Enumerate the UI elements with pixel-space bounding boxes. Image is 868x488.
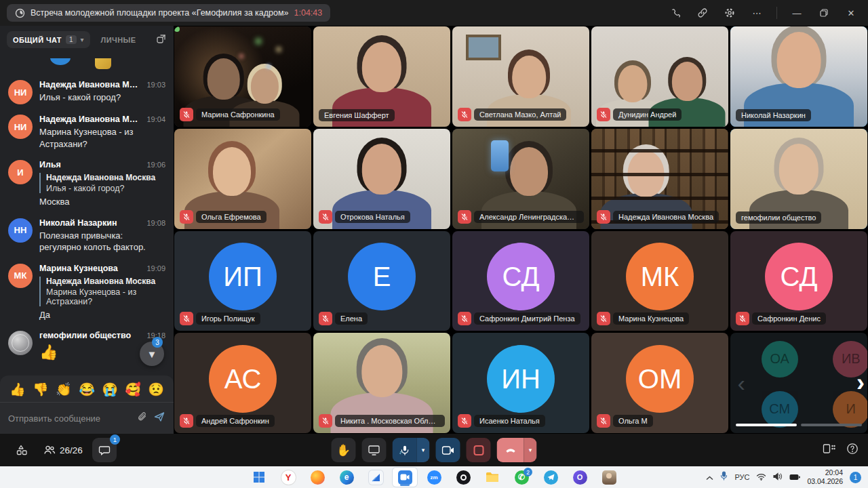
reaction-emoji[interactable]: 👍 (9, 382, 26, 397)
scroll-to-bottom-button[interactable]: ▼ 3 (140, 342, 164, 366)
participant-name: Марина Сафронкина (196, 108, 280, 121)
participant-tile[interactable]: ИНИсаенко Наталья (452, 333, 589, 433)
participant-tile[interactable]: ЕЕлена (313, 231, 450, 331)
settings-gear-icon[interactable] (718, 3, 741, 22)
participant-tile[interactable]: Александр Ленинградская обла… (452, 129, 589, 229)
attach-file-icon[interactable] (137, 411, 148, 425)
chat-avatar: НИ (8, 115, 33, 139)
more-options-button[interactable]: ⋯ (745, 3, 768, 22)
participant-tile[interactable]: АСАндрей Сафронкин (174, 333, 311, 433)
volume-icon[interactable] (773, 471, 783, 483)
restore-button[interactable] (812, 3, 835, 22)
camera-button[interactable] (436, 438, 460, 462)
apps-icon[interactable] (9, 438, 34, 462)
more-participants-tile[interactable]: ОАИВСМИ‹› (730, 333, 867, 433)
wifi-icon[interactable] (756, 471, 766, 483)
common-chat-label: ОБЩИЙ ЧАТ (13, 36, 62, 44)
send-message-icon[interactable] (153, 411, 165, 426)
participant-tile[interactable]: Надежда Ивановна Москва (591, 129, 728, 229)
layout-view-button[interactable] (823, 443, 835, 457)
participant-tile[interactable]: Марина Сафронкина (174, 26, 311, 127)
reaction-emoji[interactable]: 👏 (56, 382, 72, 397)
tray-expand-chevron[interactable] (706, 471, 713, 483)
participant-tile[interactable]: Дунидин Андрей (591, 26, 728, 127)
close-button[interactable]: ✕ (840, 3, 863, 22)
participant-name-tag: Сафронкин Дмитрий Пенза (458, 312, 580, 325)
participant-name: Надежда Ивановна Москва (613, 211, 719, 223)
black-round-app-icon[interactable] (451, 468, 475, 487)
hangup-button[interactable] (497, 438, 524, 462)
chat-avatar: МК (8, 264, 33, 288)
tray-date: 03.04.2026 (807, 477, 843, 486)
participant-tile[interactable]: СДСафронкин Дмитрий Пенза (452, 231, 589, 331)
firefox-icon[interactable] (305, 468, 330, 487)
chat-avatar: НН (8, 218, 33, 243)
whatsapp-icon[interactable]: ✆2 (509, 468, 534, 487)
file-explorer-icon[interactable] (480, 468, 505, 487)
previous-page-button[interactable]: ‹ (737, 370, 745, 396)
participant-tile[interactable]: Светлана Мазко, Алтай (452, 26, 589, 127)
quote-text: Илья - какой город? (46, 184, 165, 193)
participants-count: 26/26 (60, 445, 83, 455)
participant-tile[interactable]: Отрокова Наталья (313, 129, 450, 229)
participant-name-tag: Александр Ленинградская обла… (458, 210, 584, 224)
message-input[interactable] (8, 413, 132, 424)
battery-icon[interactable] (789, 471, 800, 483)
participant-tile[interactable]: МКМарина Кузнецова (591, 231, 728, 331)
participant-tile[interactable]: ИПИгорь Полищук (174, 231, 311, 331)
participant-tile[interactable]: СДСафронкин Денис (730, 231, 867, 331)
participant-name-tag: Евгения Шафферт (319, 109, 395, 121)
chat-avatar-logo (8, 331, 33, 355)
participant-tile[interactable]: Николай Назаркин (730, 26, 867, 127)
purple-round-app-icon[interactable]: O (568, 468, 592, 487)
microphone-button[interactable] (393, 438, 417, 462)
language-indicator[interactable]: РУС (734, 473, 749, 481)
popout-chat-icon[interactable] (156, 33, 167, 47)
tab-common-chat[interactable]: ОБЩИЙ ЧАТ 1 ▾ (7, 31, 90, 48)
telegram-icon[interactable] (538, 468, 563, 487)
message-author: гемофилии общество (39, 331, 141, 340)
participant-tile[interactable]: Евгения Шафферт (313, 26, 450, 127)
clock[interactable]: 20:04 03.04.2026 (807, 468, 843, 486)
participant-tile[interactable]: Ольга Ефремова (174, 129, 311, 229)
dial-phone-button[interactable] (664, 3, 687, 22)
zoom-icon[interactable]: zm (422, 468, 446, 487)
participants-counter[interactable]: 26/26 (43, 445, 83, 455)
participant-tile[interactable]: Никита . Московская Область (313, 333, 450, 433)
edge-icon[interactable]: e (334, 468, 359, 487)
picture-frame-prop (466, 35, 501, 60)
reaction-emoji[interactable]: 😂 (79, 382, 95, 397)
page-indicator-current (736, 424, 797, 426)
share-screen-button[interactable] (362, 438, 387, 462)
reaction-emoji[interactable]: 🥰 (125, 382, 141, 397)
participant-tile[interactable]: гемофилии общество (730, 129, 867, 229)
whatsapp-badge: 2 (524, 468, 532, 476)
hangup-options-chevron[interactable]: ▾ (524, 438, 537, 462)
chat-toggle-button[interactable]: 1 (92, 438, 117, 462)
message-input-row (0, 402, 174, 434)
yandex-browser-icon[interactable]: Y (276, 468, 300, 487)
participant-tile[interactable]: ОМОльга М (591, 333, 728, 433)
photo-app-icon[interactable] (597, 468, 621, 487)
reaction-emoji[interactable]: 👎 (33, 382, 49, 397)
meeting-app-taskbar-icon[interactable] (393, 468, 417, 487)
start-button[interactable] (247, 468, 271, 487)
new-messages-badge: 3 (152, 337, 163, 348)
reaction-emoji[interactable]: 😭 (102, 382, 118, 397)
raise-hand-button[interactable]: ✋ (332, 438, 356, 462)
next-page-button[interactable]: › (856, 369, 865, 397)
mic-muted-icon (597, 414, 610, 428)
notification-badge[interactable]: 1 (850, 472, 861, 483)
scanner-app-icon[interactable] (363, 468, 388, 487)
minimize-button[interactable]: — (785, 3, 808, 22)
tab-private-chat[interactable]: ЛИЧНЫЕ (101, 36, 136, 44)
microphone-options-chevron[interactable]: ▾ (417, 438, 430, 462)
chat-messages[interactable]: НИНадежда Ивановна Москва19:03Илья - как… (0, 56, 174, 371)
participant-name-tag: Исаенко Наталья (458, 414, 545, 428)
help-button[interactable] (846, 443, 859, 458)
copy-link-button[interactable] (691, 3, 714, 22)
stop-recording-button[interactable] (467, 438, 491, 462)
reaction-emoji[interactable]: 😟 (148, 382, 164, 397)
chat-avatar: И (8, 160, 33, 184)
tray-mic-icon[interactable] (720, 471, 728, 483)
